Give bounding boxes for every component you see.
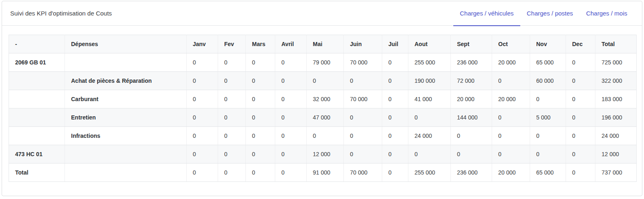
- vehicle-cell: [9, 127, 65, 145]
- column-header-total: Total: [595, 35, 637, 53]
- column-header-janv: Janv: [187, 35, 218, 53]
- column-header-nov: Nov: [530, 35, 566, 53]
- column-header-depenses: Dépenses: [65, 35, 187, 53]
- vehicle-cell: [9, 72, 65, 90]
- expense-cell: Entretien: [65, 108, 187, 127]
- table-row: Carburant000032 00070 000041 00020 00020…: [9, 90, 637, 108]
- value-cell: 0: [218, 90, 246, 108]
- value-cell: 0: [275, 108, 307, 127]
- value-cell: 0: [218, 108, 246, 127]
- tab-charges-vehicules[interactable]: Charges / véhicules: [453, 1, 520, 25]
- table-row: Achat de pièces & Réparation0000000190 0…: [9, 72, 637, 90]
- value-cell: 70 000: [344, 90, 382, 108]
- value-cell: 0: [566, 53, 595, 72]
- value-cell: 0: [530, 145, 566, 164]
- table-container: -DépensesJanvFevMarsAvrilMaiJuinJuilAout…: [2, 26, 642, 196]
- value-cell: 0: [275, 127, 307, 145]
- value-cell: 255 000: [408, 164, 451, 182]
- value-cell: 70 000: [344, 53, 382, 72]
- vehicle-cell: Total: [9, 164, 65, 182]
- value-cell: 0: [492, 108, 530, 127]
- value-cell: 72 000: [451, 72, 492, 90]
- value-cell: 0: [492, 72, 530, 90]
- expense-cell: [65, 164, 187, 182]
- value-cell: 0: [530, 127, 566, 145]
- value-cell: 0: [246, 53, 275, 72]
- total-cell: 183 000: [595, 90, 637, 108]
- column-header-juil: Juil: [382, 35, 408, 53]
- value-cell: 0: [566, 127, 595, 145]
- value-cell: 236 000: [451, 53, 492, 72]
- column-header-aout: Aout: [408, 35, 451, 53]
- value-cell: 0: [187, 72, 218, 90]
- expense-cell: [65, 53, 187, 72]
- vehicle-cell: [9, 90, 65, 108]
- value-cell: 0: [275, 145, 307, 164]
- table-row: 2069 GB 01000079 00070 0000255 000236 00…: [9, 53, 637, 72]
- value-cell: 0: [566, 72, 595, 90]
- value-cell: 0: [344, 108, 382, 127]
- value-cell: 0: [566, 145, 595, 164]
- value-cell: 20 000: [451, 90, 492, 108]
- value-cell: 0: [246, 90, 275, 108]
- column-header-fev: Fev: [218, 35, 246, 53]
- kpi-table: -DépensesJanvFevMarsAvrilMaiJuinJuilAout…: [9, 35, 637, 182]
- column-header-mai: Mai: [307, 35, 344, 53]
- value-cell: 0: [246, 145, 275, 164]
- expense-cell: Achat de pièces & Réparation: [65, 72, 187, 90]
- tab-charges-mois[interactable]: Charges / mois: [579, 1, 634, 25]
- column-header-juin: Juin: [344, 35, 382, 53]
- vehicle-cell: [9, 108, 65, 127]
- tab-bar: Charges / véhicules Charges / postes Cha…: [453, 1, 642, 25]
- value-cell: 41 000: [408, 90, 451, 108]
- total-cell: 322 000: [595, 72, 637, 90]
- value-cell: 0: [344, 72, 382, 90]
- value-cell: 0: [566, 90, 595, 108]
- total-cell: 24 000: [595, 127, 637, 145]
- table-row: Entretien000047 000000144 00005 0000196 …: [9, 108, 637, 127]
- kpi-card: Suivi des KPI d'optimisation de Couts Ch…: [2, 1, 642, 196]
- column-header-mars: Mars: [246, 35, 275, 53]
- expense-cell: Infractions: [65, 127, 187, 145]
- table-row: 473 HC 01000012 000000000012 000: [9, 145, 637, 164]
- value-cell: 0: [382, 53, 408, 72]
- value-cell: 0: [275, 164, 307, 182]
- value-cell: 60 000: [530, 72, 566, 90]
- tab-charges-postes[interactable]: Charges / postes: [520, 1, 579, 25]
- total-cell: 12 000: [595, 145, 637, 164]
- vehicle-cell: 2069 GB 01: [9, 53, 65, 72]
- value-cell: 0: [344, 127, 382, 145]
- value-cell: 0: [246, 164, 275, 182]
- value-cell: 0: [492, 127, 530, 145]
- value-cell: 0: [451, 127, 492, 145]
- column-header-sept: Sept: [451, 35, 492, 53]
- value-cell: 255 000: [408, 53, 451, 72]
- value-cell: 0: [408, 145, 451, 164]
- value-cell: 47 000: [307, 108, 344, 127]
- value-cell: 91 000: [307, 164, 344, 182]
- expense-cell: Carburant: [65, 90, 187, 108]
- value-cell: 0: [530, 90, 566, 108]
- value-cell: 0: [382, 72, 408, 90]
- value-cell: 0: [218, 164, 246, 182]
- value-cell: 0: [187, 127, 218, 145]
- value-cell: 0: [187, 145, 218, 164]
- value-cell: 0: [187, 53, 218, 72]
- value-cell: 0: [187, 164, 218, 182]
- total-cell: 196 000: [595, 108, 637, 127]
- value-cell: 65 000: [530, 53, 566, 72]
- value-cell: 79 000: [307, 53, 344, 72]
- value-cell: 0: [344, 145, 382, 164]
- value-cell: 0: [382, 164, 408, 182]
- card-header: Suivi des KPI d'optimisation de Couts Ch…: [2, 1, 642, 26]
- column-header-dec: Dec: [566, 35, 595, 53]
- value-cell: 24 000: [408, 127, 451, 145]
- column-header-avril: Avril: [275, 35, 307, 53]
- vehicle-cell: 473 HC 01: [9, 145, 65, 164]
- value-cell: 0: [566, 164, 595, 182]
- value-cell: 0: [218, 53, 246, 72]
- table-header-row: -DépensesJanvFevMarsAvrilMaiJuinJuilAout…: [9, 35, 637, 53]
- value-cell: 0: [246, 127, 275, 145]
- value-cell: 0: [307, 127, 344, 145]
- value-cell: 0: [492, 145, 530, 164]
